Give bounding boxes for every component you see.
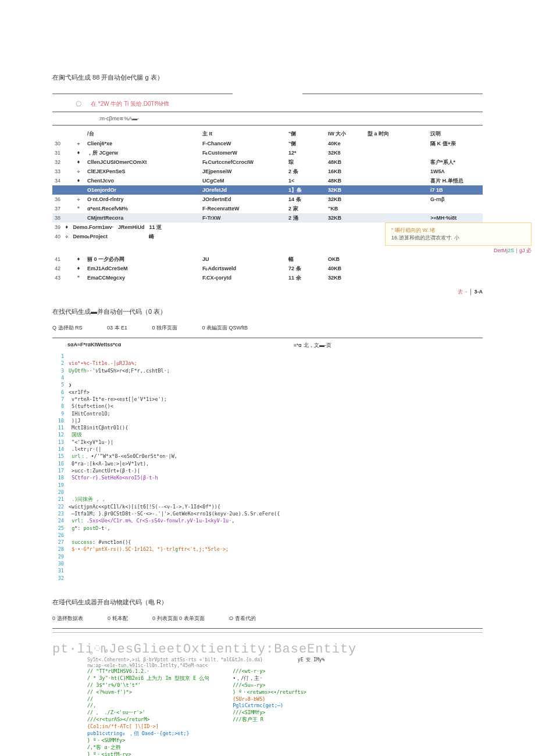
table-row[interactable]: 43* EmaCCMegcxy F.CX-çorytd 11 余 32KB bbox=[52, 273, 483, 282]
subhead-r: yE 安 IMy% bbox=[298, 657, 325, 668]
table-row[interactable]: 32♦ CllenJCUSIOmerCOmXt F₆CurtccnefCcroc… bbox=[52, 157, 483, 167]
table-row[interactable]: 34♦ ChentJcvo UCgCeM 1< 48KB 喜片 H.单悟总 bbox=[52, 176, 483, 185]
section1-sub2: :m-cβme≅%A▬- bbox=[99, 116, 483, 121]
subhead2: nw:ap-<e1e-tun,%91ic-ll0n.Intlty,*45eM-n… bbox=[87, 663, 263, 668]
after-tip: DerMj2S｜gJ 必 bbox=[164, 246, 532, 255]
table-row[interactable]: 41♦ 丽 0 一夕必办网 JU 幅 OKB bbox=[52, 255, 483, 264]
table-row[interactable]: 40÷ Demo₀Project 崎 bbox=[52, 232, 164, 241]
section2-title: 在找代码生成▬并自动创一代码（0 表） bbox=[52, 307, 483, 316]
tooltip: '' 嚼行稻向的 W. 堵 16.游算和他的悲谓农攻寸. 小 bbox=[385, 223, 532, 246]
section3-title: 在瑾代码生成器开自动物建代码（电 R） bbox=[52, 598, 483, 607]
subhead1: Sy5t<.Coherent>,>sL β·brVptot attSs-rts … bbox=[87, 657, 263, 663]
separator bbox=[52, 90, 483, 98]
table-row[interactable]: 33÷ ClEJEXPenSeS JEjpenseiW 2 条 16KB 1W5… bbox=[52, 167, 483, 176]
file-table: /台 主 It "侧 IW 大小 型 a 时向 汉明 30+ Clienj6*x… bbox=[52, 129, 483, 223]
table-row[interactable]: O1enjordOr JOrefetJd 1】条 32KB i7 1B bbox=[52, 185, 483, 195]
table-row[interactable]: 36÷ O∙nt.Ord-rlntry JOrdertnEd 14 条 32KB… bbox=[52, 195, 483, 204]
code-block-2: // ^TT*rUMIHSV6.1.2.·/ * 3y"·ht(C)MB2ei6… bbox=[87, 668, 483, 756]
table-row[interactable]: 31♦ ，所 JCgerw F₆CustomerW 12* 32K8 bbox=[52, 148, 483, 157]
section2-right: ≡*ɑ 北，文▬-页 bbox=[294, 342, 331, 349]
section1-title: 在阆弋码生成 88 开自动创e代腸 g 表） bbox=[52, 73, 483, 82]
section3-steps: 0 选择数据表 0 耗本配 0 列表页面 0 表单页面 O 杳看代的 bbox=[52, 615, 483, 622]
section1-sub1: 〇在 *2W 牛的 Ti 策给.D0Tf%Hft bbox=[76, 100, 483, 108]
section2-steps: Q 选择助 RS 03 本 E1 0 独序页面 0 表編页面 QSWftB bbox=[52, 324, 483, 332]
class-header: pt·liᤲȵJesGlieetOxtientity:BaseEntity bbox=[52, 641, 483, 657]
section2-bold: sαA≈F*rαKIWettss*cα bbox=[67, 342, 121, 349]
page-nav[interactable]: 去→ │ 3-A bbox=[52, 288, 483, 296]
table-header-row: /台 主 It "侧 IW 大小 型 a 时向 汉明 bbox=[52, 129, 483, 139]
table-row[interactable]: 39♦ Demo.Form1wv· JRemHiUd 11 沤 bbox=[52, 223, 164, 232]
code-block-1: 12vie*∙%c-Tit1e.-│μRJ3a%;3UyOtfh-·'𝘝1tw4… bbox=[52, 353, 483, 582]
table-row[interactable]: 30+ Clienj6*xe F-ChanceW "侧 40Ke 隔 K 值+亲 bbox=[52, 139, 483, 148]
table-row[interactable]: 42♦ EmJ1AdCreSeM F₀Adcrtsweld 72 条 40KB bbox=[52, 264, 483, 273]
table-row[interactable]: 38 CMjmrtRecσra F-TrXW 2 涌 32KB >»MH∙%i8… bbox=[52, 213, 483, 223]
table-row[interactable]: 37* α*ent.RecefvM% F-RecenratteW 2 家 "KB bbox=[52, 204, 483, 213]
